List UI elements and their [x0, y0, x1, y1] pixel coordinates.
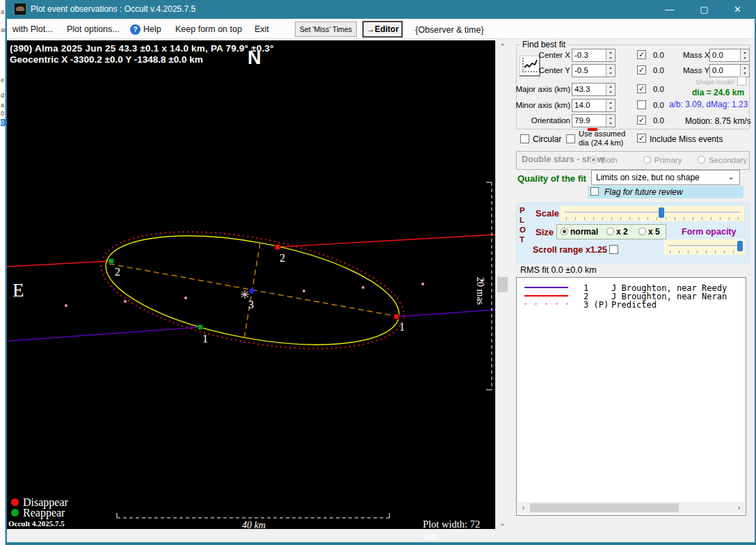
plot-canvas[interactable]: 22113 (390) Alma 2025 Jun 25 43.3 ±0.1 x…	[7, 40, 495, 529]
major-axis-label: Major axis (km)	[515, 85, 570, 93]
scroll-left-icon[interactable]: ‹	[517, 502, 529, 514]
observer-row[interactable]: 1 J Broughton, near Reedy	[517, 283, 746, 292]
quality-label: Quality of the fit	[517, 173, 586, 184]
size-x5-radio[interactable]	[638, 228, 646, 235]
minimize-button[interactable]: —	[654, 0, 685, 19]
form-opacity-label: Form opacity	[682, 227, 737, 237]
spinner[interactable]: ▲▼	[606, 49, 615, 61]
form-opacity-thumb[interactable]	[737, 241, 743, 251]
shape-model-checkbox[interactable]	[737, 77, 746, 86]
minor-axis-label: Minor axis (km)	[515, 101, 570, 109]
dia-text: dia = 24.6 km	[692, 88, 744, 97]
include-miss-checkbox[interactable]	[637, 134, 646, 143]
use-assumed-label-1: Use assumed	[579, 129, 625, 138]
plot-letter: L	[520, 216, 524, 224]
north-label: N	[248, 47, 262, 69]
observer-row[interactable]: 2 J Broughton, near Neran	[517, 292, 746, 300]
quality-dropdown[interactable]: Limits on size, but no shape ⌄	[591, 170, 740, 185]
occultation-plot-svg: 22113	[7, 40, 495, 529]
spinner[interactable]: ▲▼	[740, 65, 749, 77]
double-primary-radio[interactable]	[643, 156, 651, 164]
scrollbar-thumb[interactable]	[497, 277, 508, 292]
scale-slider[interactable]	[561, 206, 744, 221]
set-miss-times-button[interactable]: Set 'Miss' Times	[295, 22, 357, 37]
spinner[interactable]: ▲▼	[606, 84, 615, 95]
flag-review-label: Flag for future review	[604, 187, 683, 197]
chord-label: 2	[280, 252, 285, 264]
menu-help[interactable]: Help	[143, 24, 161, 34]
use-assumed-label-2: dia (24.4 km)	[579, 139, 623, 147]
circular-label: Circular	[533, 134, 561, 144]
form-opacity-slider[interactable]	[664, 239, 745, 255]
double-both-label: Both	[601, 156, 618, 164]
double-both-radio[interactable]	[590, 156, 597, 164]
observer-dot	[545, 303, 547, 305]
size-x2-label: x 2	[616, 227, 628, 237]
sliver-text: 0	[1, 110, 4, 117]
center-y-checkbox[interactable]	[637, 65, 646, 74]
find-best-fit-label: Find best fit	[520, 40, 568, 49]
size-normal-label: normal	[570, 227, 598, 237]
mass-x-field[interactable]: 0.0▲▼	[709, 49, 750, 62]
major-axis-sigma: 0.0	[653, 85, 664, 93]
legend-reappear: Reappear	[11, 507, 65, 519]
close-button[interactable]: ✕	[722, 0, 753, 19]
size-normal-radio[interactable]	[561, 228, 568, 235]
minor-axis-checkbox[interactable]	[637, 100, 646, 109]
mass-y-label: Mass Y	[683, 66, 709, 74]
observer-line-sample	[524, 287, 568, 288]
center-x-field[interactable]: -0.3▲▼	[572, 49, 616, 62]
mass-y-field[interactable]: 0.0▲▼	[709, 64, 750, 77]
reappear-marker	[109, 259, 114, 264]
scroll-range-checkbox[interactable]	[609, 245, 618, 254]
observer-line-sample	[524, 295, 568, 297]
menu-keep-on-top[interactable]: Keep form on top	[175, 24, 242, 34]
spinner[interactable]: ▲▼	[606, 65, 615, 77]
predicted-path-dot	[124, 300, 127, 303]
size-x2-radio[interactable]	[606, 228, 614, 235]
major-axis-field[interactable]: 43.3▲▼	[572, 83, 616, 96]
maximize-button[interactable]: ▢	[689, 0, 720, 19]
help-icon[interactable]: ?	[130, 24, 140, 35]
plot-title-line1: (390) Alma 2025 Jun 25 43.3 ±0.1 x 14.0 …	[10, 43, 274, 54]
orientation-checkbox[interactable]	[637, 116, 646, 125]
circular-checkbox[interactable]	[520, 134, 529, 143]
observer-row[interactable]: 3 (P) Predicted	[517, 300, 746, 308]
background-window-sliver: a ar e d a 0 0	[0, 0, 6, 545]
observers-listbox[interactable]: 1 J Broughton, near Reedy 2 J Broughton,…	[516, 277, 746, 516]
menu-with-plot[interactable]: with Plot...	[13, 24, 53, 34]
quality-value: Limits on size, but no shape	[596, 173, 700, 182]
double-secondary-radio[interactable]	[698, 156, 705, 164]
editor-button[interactable]: →Editor	[362, 21, 403, 38]
observer-line-sample	[524, 303, 568, 305]
mass-x-label: Mass X	[683, 51, 709, 59]
predicted-path-dot	[184, 297, 187, 299]
center-x-checkbox[interactable]	[637, 50, 646, 59]
menu-exit[interactable]: Exit	[255, 24, 269, 34]
scale-slider-thumb[interactable]	[659, 207, 664, 218]
target-star-dot	[250, 289, 255, 294]
scroll-right-icon[interactable]: ›	[733, 502, 745, 514]
list-horizontal-scrollbar[interactable]: ‹ ›	[517, 502, 745, 514]
center-y-field[interactable]: -0.5▲▼	[572, 64, 616, 77]
spinner[interactable]: ▲▼	[606, 100, 615, 111]
minor-axis-field[interactable]: 14.0▲▼	[572, 99, 616, 112]
double-secondary-label: Secondary	[709, 156, 747, 164]
spinner[interactable]: ▲▼	[606, 115, 615, 127]
use-assumed-checkbox[interactable]	[566, 134, 575, 143]
sliver-text: e	[1, 77, 4, 84]
east-label: E	[13, 280, 24, 301]
flag-review-checkbox[interactable]	[590, 187, 599, 196]
major-axis-checkbox[interactable]	[637, 84, 646, 93]
fit-plot-button[interactable]	[519, 55, 540, 77]
predicted-path-dot	[421, 283, 424, 285]
scroll-down-icon[interactable]: ⌄	[496, 517, 509, 529]
plot-vertical-scrollbar[interactable]: ⌃ ⌄	[495, 40, 508, 529]
plot-width-label: Plot width: 72 km	[423, 519, 495, 542]
scroll-up-icon[interactable]: ⌃	[496, 40, 509, 52]
menu-plot-options[interactable]: Plot options...	[67, 24, 120, 34]
scrollbar-thumb[interactable]	[530, 503, 679, 512]
orientation-field[interactable]: 79.9▲▼	[572, 114, 616, 127]
spinner[interactable]: ▲▼	[740, 49, 749, 61]
screen: a ar e d a 0 0 Plot event observations :…	[0, 0, 756, 545]
